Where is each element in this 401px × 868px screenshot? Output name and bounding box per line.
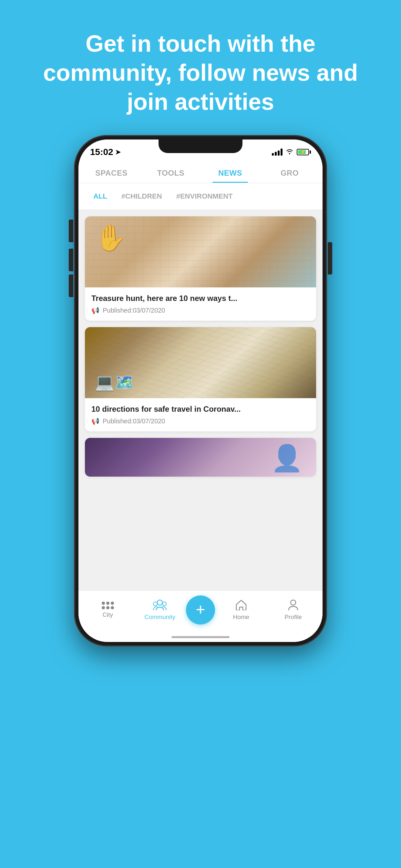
nav-item-city[interactable]: City (82, 601, 134, 618)
svg-point-0 (157, 600, 162, 605)
battery-icon: ⚡ (297, 149, 311, 155)
news-card-2[interactable]: 10 directions for safe travel in Coronav… (85, 327, 316, 431)
tab-spaces[interactable]: SPACES (82, 161, 141, 183)
card-1-title: Treasure hunt, here are 10 new ways t... (91, 293, 310, 303)
navigation-arrow-icon: ➤ (115, 148, 121, 156)
city-icon (102, 601, 114, 609)
home-icon (235, 599, 247, 612)
nav-label-home: Home (233, 614, 249, 621)
home-indicator (79, 632, 322, 642)
community-icon (153, 599, 167, 612)
content-area: Treasure hunt, here are 10 new ways t...… (79, 210, 322, 590)
svg-point-2 (162, 602, 166, 606)
nav-label-city: City (102, 611, 113, 618)
notch (158, 140, 243, 153)
phone-outer: 15:02 ➤ (74, 135, 327, 646)
filter-chips: ALL #CHILDREN #ENVIRONMENT (79, 183, 322, 210)
news-card-1[interactable]: Treasure hunt, here are 10 new ways t...… (85, 216, 316, 321)
nav-label-profile: Profile (284, 614, 302, 621)
wifi-icon (286, 148, 294, 156)
tab-news[interactable]: NEWS (201, 161, 260, 183)
svg-point-1 (153, 602, 157, 606)
nav-label-community: Community (144, 614, 175, 621)
phone-wrapper: 15:02 ➤ (0, 135, 401, 868)
bottom-nav: City Community (79, 590, 322, 632)
card-2-published: Published:03/07/2020 (103, 417, 165, 425)
home-bar (172, 636, 229, 638)
plus-icon: + (196, 601, 205, 617)
tab-groups[interactable]: GRO (260, 161, 319, 183)
chip-all[interactable]: ALL (86, 189, 114, 204)
nav-item-profile[interactable]: Profile (267, 599, 320, 621)
card-3-image (85, 438, 316, 476)
phone-screen: 15:02 ➤ (79, 140, 322, 642)
card-1-meta: 📢 Published:03/07/2020 (91, 306, 310, 314)
nav-item-community[interactable]: Community (134, 599, 186, 621)
megaphone-icon-2: 📢 (91, 417, 99, 425)
status-time: 15:02 ➤ (90, 147, 121, 157)
svg-point-3 (290, 600, 296, 605)
fab-add-button[interactable]: + (186, 595, 215, 624)
card-2-title: 10 directions for safe travel in Coronav… (91, 404, 310, 414)
profile-icon (288, 599, 298, 612)
status-icons: ⚡ (272, 148, 311, 156)
chip-children[interactable]: #CHILDREN (114, 189, 169, 204)
card-2-image (85, 327, 316, 398)
card-1-content: Treasure hunt, here are 10 new ways t...… (85, 287, 316, 321)
hero-section: Get in touch with the community, follow … (0, 0, 401, 135)
card-2-content: 10 directions for safe travel in Coronav… (85, 398, 316, 431)
signal-icon (272, 149, 282, 156)
news-card-3[interactable] (85, 438, 316, 476)
nav-tabs: SPACES TOOLS NEWS GRO (79, 161, 322, 183)
card-1-published: Published:03/07/2020 (103, 307, 165, 314)
nav-item-home[interactable]: Home (215, 599, 267, 621)
chip-environment[interactable]: #ENVIRONMENT (169, 189, 240, 204)
card-2-meta: 📢 Published:03/07/2020 (91, 417, 310, 425)
card-1-image (85, 216, 316, 287)
megaphone-icon: 📢 (91, 306, 99, 314)
tab-tools[interactable]: TOOLS (141, 161, 201, 183)
hero-title: Get in touch with the community, follow … (26, 29, 375, 116)
